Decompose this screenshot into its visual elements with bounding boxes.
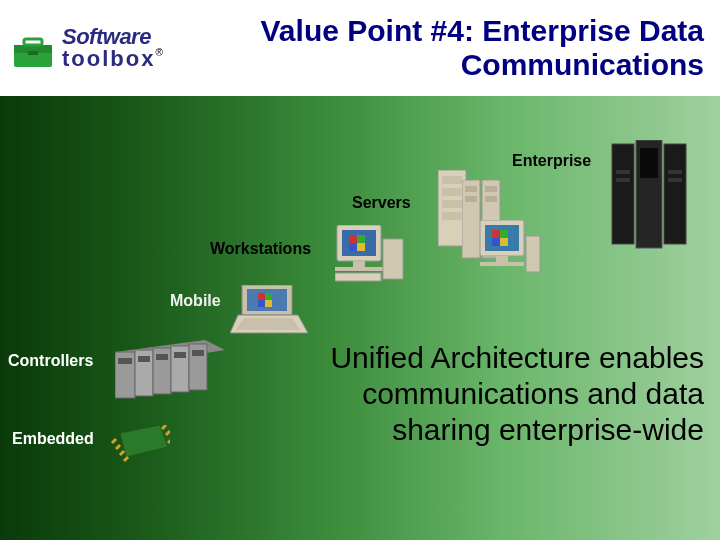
svg-line-64: [120, 451, 124, 455]
svg-rect-4: [612, 144, 634, 244]
svg-marker-61: [120, 425, 168, 457]
svg-rect-29: [353, 261, 365, 267]
body-text: Unified Architecture enables communicati…: [274, 340, 704, 448]
plc-rack-icon: [115, 340, 225, 402]
svg-rect-15: [442, 200, 462, 208]
svg-rect-37: [492, 238, 500, 246]
svg-marker-49: [236, 318, 300, 330]
svg-rect-2: [24, 39, 42, 45]
svg-rect-60: [192, 350, 204, 356]
svg-rect-36: [500, 230, 508, 238]
header-bar: Software toolbox® Value Point #4: Enterp…: [0, 0, 720, 96]
svg-rect-28: [357, 243, 365, 251]
svg-rect-56: [118, 358, 132, 364]
svg-rect-19: [465, 186, 477, 192]
svg-rect-44: [258, 293, 265, 300]
registered-mark: ®: [155, 47, 162, 58]
svg-rect-10: [668, 170, 682, 174]
svg-rect-9: [616, 178, 630, 182]
svg-rect-21: [485, 186, 497, 192]
workstation2-icon: [480, 220, 542, 276]
svg-rect-11: [668, 178, 682, 182]
svg-rect-38: [500, 238, 508, 246]
svg-rect-22: [485, 196, 497, 202]
svg-line-67: [166, 431, 170, 435]
label-embedded: Embedded: [12, 430, 94, 448]
svg-rect-45: [265, 293, 272, 300]
svg-rect-8: [616, 170, 630, 174]
slide: Software toolbox® Value Point #4: Enterp…: [0, 0, 720, 540]
svg-rect-39: [496, 256, 508, 262]
svg-line-68: [168, 439, 170, 443]
svg-rect-6: [664, 144, 686, 244]
svg-line-62: [112, 439, 116, 443]
chip-icon: [110, 425, 170, 465]
svg-rect-59: [174, 352, 186, 358]
svg-line-66: [162, 425, 166, 429]
slide-title: Value Point #4: Enterprise Data Communic…: [163, 14, 710, 83]
svg-rect-3: [28, 51, 38, 55]
svg-rect-41: [526, 236, 540, 272]
svg-rect-20: [465, 196, 477, 202]
svg-rect-7: [640, 148, 658, 178]
logo-line2: toolbox: [62, 46, 155, 71]
svg-rect-46: [258, 300, 265, 307]
label-mobile: Mobile: [170, 292, 221, 310]
svg-rect-27: [349, 243, 357, 251]
workstation1-icon: [335, 225, 405, 283]
logo-text: Software toolbox®: [62, 26, 163, 70]
label-controllers: Controllers: [8, 352, 93, 370]
mainframe-icon: [610, 140, 690, 250]
svg-rect-47: [265, 300, 272, 307]
svg-rect-32: [335, 273, 381, 281]
svg-rect-58: [156, 354, 168, 360]
svg-rect-40: [480, 262, 524, 266]
svg-line-63: [116, 445, 120, 449]
label-workstations: Workstations: [210, 240, 311, 258]
svg-rect-26: [357, 235, 365, 243]
logo-line1: Software: [62, 26, 163, 48]
svg-rect-57: [138, 356, 150, 362]
svg-rect-16: [442, 212, 462, 220]
svg-rect-30: [335, 267, 383, 271]
label-enterprise: Enterprise: [512, 152, 591, 170]
toolbox-icon: [10, 25, 56, 71]
svg-rect-31: [383, 239, 403, 279]
svg-rect-13: [442, 176, 462, 184]
logo: Software toolbox®: [10, 25, 163, 71]
svg-line-65: [124, 457, 128, 461]
label-servers: Servers: [352, 194, 411, 212]
svg-rect-14: [442, 188, 462, 196]
svg-rect-35: [492, 230, 500, 238]
svg-rect-25: [349, 235, 357, 243]
laptop-icon: [230, 285, 308, 337]
